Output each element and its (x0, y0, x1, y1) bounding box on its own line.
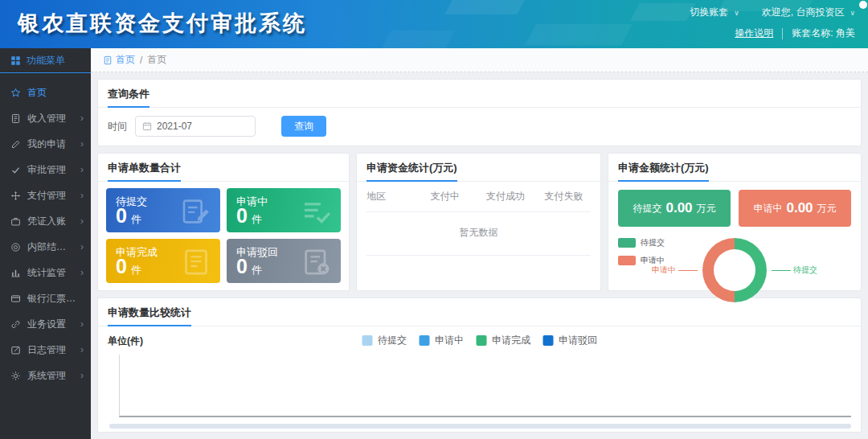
fund-stats-title: 申请资金统计(万元) (357, 154, 600, 182)
operation-manual-link[interactable]: 操作说明 (735, 27, 773, 40)
breadcrumb-current: 首页 (147, 53, 166, 67)
time-label: 时间 (108, 120, 127, 133)
bar-legend-item[interactable]: 申请驳回 (542, 334, 597, 347)
link-icon (10, 319, 21, 330)
welcome-user-dropdown[interactable]: 欢迎您, 台商投资区 ∨ (762, 6, 855, 19)
app-title: 银农直联资金支付审批系统 (18, 9, 307, 38)
sidebar-item-11[interactable]: 系统管理› (0, 363, 91, 388)
bar-legend-item[interactable]: 待提交 (362, 334, 407, 347)
sidebar-item-label: 统计监管 (27, 266, 66, 280)
doc-x-icon (301, 246, 333, 278)
header-decoration (630, 3, 696, 21)
chevron-right-icon: › (80, 113, 84, 123)
legend-label: 申请驳回 (559, 334, 597, 347)
sidebar-item-10[interactable]: 日志管理› (0, 337, 91, 363)
table-column-header: 支付成功 (474, 190, 537, 203)
donut-legend-item[interactable]: 待提交 (618, 237, 665, 248)
sidebar-item-5[interactable]: 凭证入账› (0, 208, 91, 234)
stat-card-value: 0 (236, 206, 248, 226)
sidebar-item-label: 内部结算凭证 (27, 240, 74, 254)
chevron-right-icon: › (80, 371, 84, 380)
sidebar-item-2[interactable]: 我的申请› (0, 131, 91, 157)
sidebar-item-9[interactable]: 业务设置› (0, 311, 91, 337)
doc-lines-icon (180, 246, 212, 278)
amount-value: 0.00 (786, 200, 813, 216)
chevron-right-icon: › (80, 319, 84, 329)
donut-chart: 待提交申请中 申请中 待提交 (618, 230, 851, 310)
sidebar-item-1[interactable]: 收入管理› (0, 105, 91, 131)
chevron-right-icon: › (80, 242, 84, 252)
switch-account-dropdown[interactable]: 切换账套 ∨ (690, 6, 739, 19)
time-picker-input[interactable]: 2021-07 (135, 116, 256, 137)
breadcrumb-separator: / (140, 55, 142, 66)
stat-card-unit: 件 (252, 263, 262, 277)
stat-card-unit: 件 (131, 263, 141, 277)
donut-label-right: 待提交 (772, 265, 817, 276)
document-icon (103, 55, 113, 65)
main-area: 首页 / 首页 查询条件 时间 2021-07 查询 申请单数量合计 待提交0件… (91, 48, 868, 439)
legend-label: 待提交 (378, 334, 407, 347)
chevron-down-icon: ∨ (850, 9, 855, 17)
grid-icon (10, 55, 21, 66)
chevron-right-icon: › (80, 216, 84, 226)
table-column-header: 支付失败 (537, 190, 591, 203)
legend-swatch (618, 256, 636, 265)
amount-label: 待提交 (633, 202, 661, 215)
donut-ring (702, 238, 767, 302)
sidebar-item-label: 首页 (27, 86, 47, 100)
legend-swatch (419, 335, 429, 346)
bar-chart-icon (10, 268, 21, 278)
sidebar-item-label: 凭证入账 (27, 215, 66, 228)
breadcrumb: 首页 / 首页 (91, 48, 868, 72)
query-panel: 查询条件 时间 2021-07 查询 (97, 79, 862, 146)
table-column-header: 地区 (366, 190, 416, 203)
move-icon (10, 191, 21, 201)
sidebar-item-label: 日志管理 (27, 343, 66, 357)
stat-card-value: 0 (236, 256, 248, 277)
bank-card-icon (10, 293, 21, 304)
chart-datazoom-scrollbar[interactable] (109, 424, 851, 429)
breadcrumb-home-link[interactable]: 首页 (103, 53, 135, 67)
legend-swatch (618, 238, 636, 248)
sidebar-item-label: 系统管理 (27, 369, 66, 383)
pencil-icon (10, 139, 21, 150)
fund-stats-panel: 申请资金统计(万元) 地区支付中支付成功支付失败 暂无数据 (356, 153, 601, 291)
chevron-right-icon: › (80, 345, 84, 355)
sidebar-item-label: 收入管理 (27, 112, 66, 125)
header-decoration (444, 0, 528, 14)
sidebar-item-0[interactable]: 首页 (0, 80, 91, 105)
table-column-header: 支付中 (416, 190, 474, 203)
table-empty-text: 暂无数据 (366, 212, 591, 256)
welcome-label: 欢迎您, 台商投资区 (762, 6, 845, 19)
chevron-right-icon: › (80, 139, 84, 149)
calendar-icon (142, 121, 152, 131)
doc-edit-icon (180, 195, 212, 228)
stat-card-value: 0 (116, 256, 127, 277)
amount-value: 0.00 (665, 200, 692, 216)
legend-label: 申请中 (435, 334, 464, 347)
stat-card-unit: 件 (131, 212, 141, 227)
sidebar-item-3[interactable]: 审批管理› (0, 157, 91, 183)
check-icon (10, 165, 21, 175)
sidebar-item-7[interactable]: 统计监管› (0, 260, 91, 285)
bar-legend-item[interactable]: 申请中 (419, 334, 464, 347)
sidebar-item-6[interactable]: 内部结算凭证› (0, 234, 91, 260)
amount-card-1: 申请中0.00万元 (739, 190, 851, 227)
stat-card-0: 待提交0件 (106, 188, 220, 232)
stat-card-3: 申请驳回0件 (227, 239, 341, 283)
content: 查询条件 时间 2021-07 查询 申请单数量合计 待提交0件申请中0件申请完… (91, 72, 868, 439)
time-picker-value: 2021-07 (157, 121, 192, 132)
search-button[interactable]: 查询 (281, 116, 326, 137)
sidebar-item-4[interactable]: 支付管理› (0, 183, 91, 208)
amount-label: 申请中 (753, 202, 782, 215)
legend-swatch (542, 335, 553, 346)
amount-stats-title: 申请金额统计(万元) (608, 154, 861, 182)
amount-stats-panel: 申请金额统计(万元) 待提交0.00万元申请中0.00万元 待提交申请中 申请中… (608, 153, 862, 291)
breadcrumb-home-label: 首页 (116, 53, 135, 67)
sidebar-item-8[interactable]: 银行汇票登记 (0, 285, 91, 311)
chevron-right-icon: › (80, 165, 84, 174)
document-icon (10, 113, 21, 124)
count-summary-panel: 申请单数量合计 待提交0件申请中0件申请完成0件申请驳回0件 (97, 153, 350, 291)
bar-legend-item[interactable]: 申请完成 (476, 334, 530, 347)
sidebar-item-label: 审批管理 (27, 163, 66, 177)
